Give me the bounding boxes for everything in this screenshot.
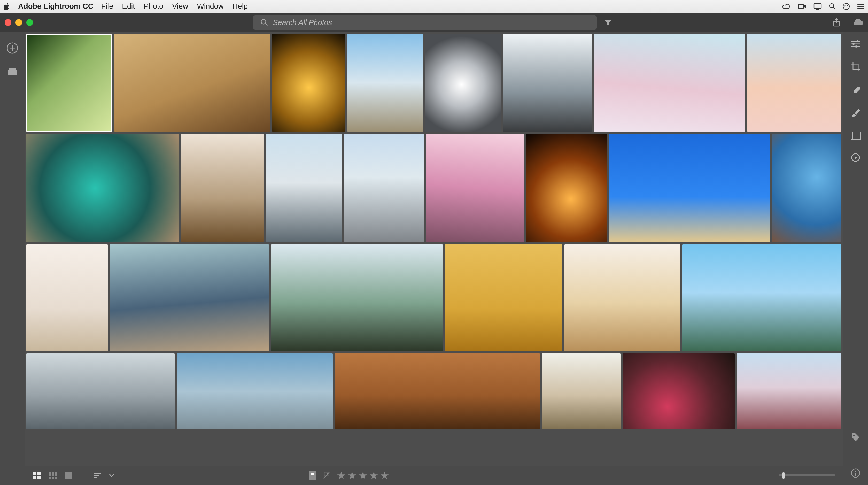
svg-rect-28 — [52, 475, 54, 476]
filter-button[interactable] — [598, 15, 617, 30]
screen-record-icon[interactable] — [798, 3, 807, 9]
svg-line-12 — [265, 24, 268, 26]
svg-rect-18 — [8, 70, 17, 75]
svg-rect-29 — [55, 475, 57, 476]
photo-thumbnail[interactable] — [26, 354, 175, 429]
photo-row — [26, 354, 841, 429]
flag-reject-button[interactable] — [323, 471, 331, 480]
menu-list-icon[interactable] — [857, 3, 864, 9]
left-rail — [0, 32, 25, 485]
svg-point-42 — [857, 40, 859, 42]
sort-dropdown-icon[interactable] — [109, 474, 114, 477]
photo-thumbnail[interactable] — [426, 134, 524, 242]
photo-grid[interactable] — [25, 32, 843, 466]
creative-cloud-icon[interactable] — [782, 3, 791, 9]
siri-icon[interactable] — [843, 3, 850, 10]
menu-view[interactable]: View — [172, 2, 188, 10]
lightroom-window: ★★★★★ — [0, 13, 868, 485]
healing-brush-button[interactable] — [851, 85, 860, 95]
photo-thumbnail[interactable] — [503, 34, 592, 132]
photo-thumbnail[interactable] — [772, 134, 841, 242]
photo-thumbnail[interactable] — [110, 244, 269, 352]
photo-thumbnail[interactable] — [747, 34, 841, 132]
svg-rect-33 — [65, 472, 72, 479]
minimize-window-button[interactable] — [16, 19, 22, 26]
photo-thumbnail[interactable] — [737, 354, 841, 429]
photo-thumbnail[interactable] — [682, 244, 841, 352]
keywords-button[interactable] — [851, 432, 861, 442]
search-input[interactable] — [273, 18, 590, 27]
crop-button[interactable] — [850, 61, 861, 72]
photo-row — [26, 134, 841, 242]
svg-rect-21 — [37, 472, 41, 475]
detail-view-button[interactable] — [65, 472, 72, 479]
star-2[interactable]: ★ — [347, 469, 357, 481]
svg-point-10 — [857, 8, 858, 9]
spotlight-icon[interactable] — [829, 3, 836, 10]
radial-gradient-button[interactable] — [851, 153, 860, 162]
airplay-icon[interactable] — [813, 3, 822, 10]
svg-rect-19 — [9, 68, 16, 70]
photo-thumbnail[interactable] — [115, 34, 270, 132]
apple-menu-icon[interactable] — [4, 3, 10, 10]
photo-thumbnail[interactable] — [347, 34, 423, 132]
photo-thumbnail[interactable] — [623, 354, 735, 429]
photo-thumbnail[interactable] — [425, 34, 501, 132]
svg-rect-24 — [49, 472, 51, 474]
search-field[interactable] — [253, 15, 597, 30]
svg-point-4 — [843, 3, 849, 9]
photo-thumbnail[interactable] — [26, 244, 108, 352]
cloud-sync-icon[interactable] — [852, 19, 863, 26]
menubar-items: File Edit Photo View Window Help — [101, 2, 248, 10]
maximize-window-button[interactable] — [26, 19, 33, 26]
menu-help[interactable]: Help — [232, 2, 248, 10]
svg-rect-31 — [52, 477, 54, 479]
photo-thumbnail[interactable] — [26, 34, 113, 132]
photo-thumbnail[interactable] — [266, 134, 342, 242]
photo-thumbnail[interactable] — [526, 134, 607, 242]
square-grid-view-button[interactable] — [49, 472, 57, 479]
photo-thumbnail[interactable] — [177, 354, 333, 429]
grid-view-button[interactable] — [33, 472, 41, 479]
view-mode-group — [33, 472, 114, 479]
flag-pick-button[interactable] — [309, 471, 316, 480]
photo-thumbnail[interactable] — [344, 134, 424, 242]
menu-edit[interactable]: Edit — [122, 2, 135, 10]
star-5[interactable]: ★ — [380, 469, 389, 481]
thumbnail-size-slider[interactable] — [779, 475, 835, 477]
brush-button[interactable] — [851, 108, 860, 118]
app-toolbar — [0, 13, 868, 32]
close-window-button[interactable] — [5, 19, 11, 26]
menu-window[interactable]: Window — [197, 2, 223, 10]
macos-menubar: Adobe Lightroom CC File Edit Photo View … — [0, 0, 868, 13]
rating-stars[interactable]: ★★★★★ — [337, 469, 389, 481]
photo-thumbnail[interactable] — [26, 134, 179, 242]
sort-button[interactable] — [93, 472, 102, 479]
svg-point-9 — [857, 6, 858, 7]
info-button[interactable] — [851, 468, 860, 478]
photo-thumbnail[interactable] — [181, 134, 264, 242]
photo-thumbnail[interactable] — [542, 354, 621, 429]
add-photos-button[interactable] — [7, 42, 18, 54]
svg-point-51 — [855, 157, 857, 159]
menu-file[interactable]: File — [101, 2, 114, 10]
photo-thumbnail[interactable] — [564, 244, 680, 352]
my-photos-button[interactable] — [7, 68, 17, 76]
photo-thumbnail[interactable] — [609, 134, 770, 242]
star-1[interactable]: ★ — [337, 469, 346, 481]
edit-sliders-button[interactable] — [850, 40, 861, 48]
photo-thumbnail[interactable] — [594, 34, 745, 132]
star-4[interactable]: ★ — [369, 469, 378, 481]
photo-thumbnail[interactable] — [445, 244, 562, 352]
menu-photo[interactable]: Photo — [144, 2, 163, 10]
svg-rect-45 — [853, 86, 860, 94]
linear-gradient-button[interactable] — [851, 132, 861, 140]
app-name[interactable]: Adobe Lightroom CC — [18, 2, 94, 10]
photo-thumbnail[interactable] — [272, 34, 345, 132]
svg-point-8 — [857, 4, 858, 5]
star-3[interactable]: ★ — [358, 469, 368, 481]
photo-thumbnail[interactable] — [335, 354, 540, 429]
photo-thumbnail[interactable] — [271, 244, 443, 352]
share-button[interactable] — [832, 18, 841, 27]
search-icon — [260, 19, 268, 26]
